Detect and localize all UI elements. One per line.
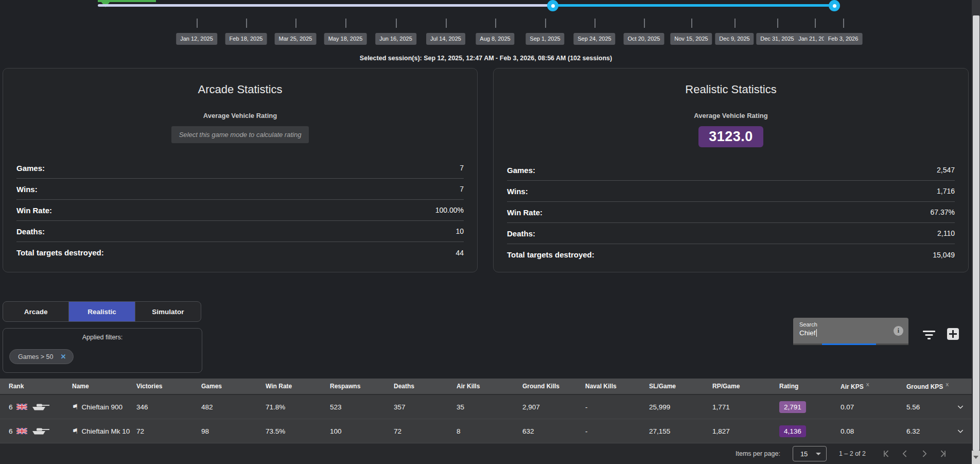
col-header-victories[interactable]: Victories (136, 383, 201, 390)
stat-row: Total targets destroyed: 44 (16, 242, 464, 263)
col-header-games[interactable]: Games (201, 383, 266, 390)
filter-chip-games-gt-50[interactable]: Games > 50 ✕ (9, 349, 74, 364)
games-cell: 98 (201, 427, 266, 435)
session-slider-selected-range[interactable] (553, 4, 834, 7)
add-filter-icon[interactable] (947, 328, 959, 340)
arcade-statistics-card: Arcade Statistics Average Vehicle Rating… (3, 68, 478, 272)
stat-value: 2,547 (937, 166, 955, 174)
scrollbar-down-arrow[interactable] (972, 451, 980, 464)
col-header-rp-game[interactable]: RP/Game (712, 383, 779, 390)
col-header-ground-kps[interactable]: Ground KPSX (906, 382, 956, 390)
session-slider-handle-end[interactable] (829, 0, 840, 11)
col-header-sl-game[interactable]: SL/Game (649, 383, 712, 390)
win-rate-cell: 71.8% (266, 403, 330, 411)
session-slider-handle-start[interactable] (547, 0, 558, 11)
last-page-button[interactable] (936, 447, 949, 460)
col-header-respawns[interactable]: Respawns (330, 383, 394, 390)
timeline-date-label: Dec 31, 2025 (756, 33, 798, 45)
timeline-date-label: Jul 14, 2025 (426, 33, 465, 45)
col-header-rank[interactable]: Rank (0, 383, 72, 390)
rating-badge: 4,136 (779, 425, 806, 437)
expand-row-chevron-icon[interactable] (956, 403, 972, 411)
stat-row: Games: 7 (16, 158, 464, 179)
col-header-win-rate[interactable]: Win Rate (266, 383, 330, 390)
tank-icon (31, 427, 49, 435)
timeline-tick (815, 19, 816, 28)
table-header-row: Rank Name Victories Games Win Rate Respa… (0, 379, 972, 395)
col-header-ground-kills[interactable]: Ground Kills (522, 383, 585, 390)
games-cell: 482 (201, 403, 266, 411)
search-input[interactable]: Search Chief i (793, 318, 908, 343)
rating-placeholder-text: Select this game mode to calculate ratin… (171, 126, 309, 143)
remove-column-icon[interactable]: X (946, 382, 949, 387)
col-header-name[interactable]: Name (72, 383, 136, 390)
premium-flag-icon: ⚑ (72, 403, 79, 410)
expand-row-chevron-icon[interactable] (956, 427, 972, 435)
timeline-date-label: Mar 25, 2025 (275, 33, 317, 45)
ground-kps-cell: 6.32 (906, 427, 956, 435)
premium-flag-icon: ⚑ (72, 427, 79, 435)
naval-kills-cell: - (585, 427, 649, 435)
rp-game-cell: 1,771 (712, 403, 779, 411)
timeline-tick (644, 19, 645, 28)
stat-label: Wins: (507, 187, 528, 196)
naval-kills-cell: - (585, 403, 649, 411)
stat-label: Deaths: (16, 227, 45, 236)
chip-remove-icon[interactable]: ✕ (60, 353, 66, 360)
timeline-tick (734, 19, 736, 28)
previous-page-button[interactable] (899, 447, 912, 460)
timeline-tick (295, 19, 296, 28)
col-header-air-kps[interactable]: Air KPSX (841, 382, 906, 390)
game-mode-tabs: Arcade Realistic Simulator (3, 301, 201, 322)
stat-row: Games: 2,547 (507, 160, 955, 181)
table-row[interactable]: 6 ⚑ Chieftain Mk 10 72 98 73.5% 100 72 8… (0, 419, 972, 443)
air-kills-cell: 8 (457, 427, 522, 435)
vehicle-stats-table: Rank Name Victories Games Win Rate Respa… (0, 379, 972, 443)
session-slider-track[interactable] (98, 4, 553, 7)
ground-kills-cell: 632 (522, 427, 585, 435)
info-icon[interactable]: i (894, 326, 903, 336)
timeline-date-label: Feb 3, 2026 (824, 33, 863, 45)
tank-icon (31, 403, 49, 411)
great-britain-flag-icon (16, 404, 27, 410)
deaths-cell: 357 (394, 403, 457, 411)
great-britain-flag-icon (16, 428, 27, 434)
table-row[interactable]: 6 ⚑ Chieftain 900 346 482 71.8% 523 357 … (0, 395, 972, 419)
page-size-select[interactable]: 15 (793, 446, 827, 461)
text-caret (816, 329, 817, 337)
timeline-tick (594, 19, 596, 28)
next-page-button[interactable] (917, 447, 931, 460)
timeline-date-label: Jan 12, 2025 (176, 33, 217, 45)
average-vehicle-rating-label: Average Vehicle Rating (16, 112, 464, 119)
stat-value: 10 (456, 227, 464, 235)
scrollbar-thumb[interactable] (973, 15, 979, 451)
col-header-deaths[interactable]: Deaths (394, 383, 457, 390)
respawns-cell: 523 (330, 403, 394, 411)
timeline-tick (246, 19, 247, 28)
timeline-date-label: Nov 15, 2025 (670, 33, 712, 45)
tab-simulator[interactable]: Simulator (135, 302, 201, 321)
rank-value: 6 (9, 403, 13, 411)
col-header-rating[interactable]: Rating (779, 383, 841, 390)
card-title: Arcade Statistics (16, 83, 464, 96)
col-header-naval-kills[interactable]: Naval Kills (585, 383, 649, 390)
air-kills-cell: 35 (457, 403, 522, 411)
vehicle-name: Chieftain 900 (82, 403, 123, 411)
timeline-tick (691, 19, 692, 28)
filter-list-icon[interactable] (922, 331, 936, 340)
timeline-date-label: May 18, 2025 (324, 33, 367, 45)
stat-value: 7 (460, 164, 464, 172)
remove-column-icon[interactable]: X (866, 382, 869, 387)
average-rating-badge: 3123.0 (698, 126, 763, 147)
col-header-air-kills[interactable]: Air Kills (457, 383, 522, 390)
stat-row: Win Rate: 100.00% (16, 200, 464, 221)
stat-value: 2,110 (937, 229, 955, 237)
timeline-date-label: Aug 8, 2025 (476, 33, 514, 45)
page-scrollbar[interactable] (972, 0, 980, 464)
first-page-button[interactable] (880, 447, 894, 460)
stat-value: 15,049 (933, 251, 955, 259)
stat-row: Total targets destroyed: 15,049 (507, 244, 955, 265)
stat-row: Deaths: 2,110 (507, 223, 955, 244)
tab-realistic[interactable]: Realistic (68, 302, 134, 321)
tab-arcade[interactable]: Arcade (3, 302, 68, 321)
